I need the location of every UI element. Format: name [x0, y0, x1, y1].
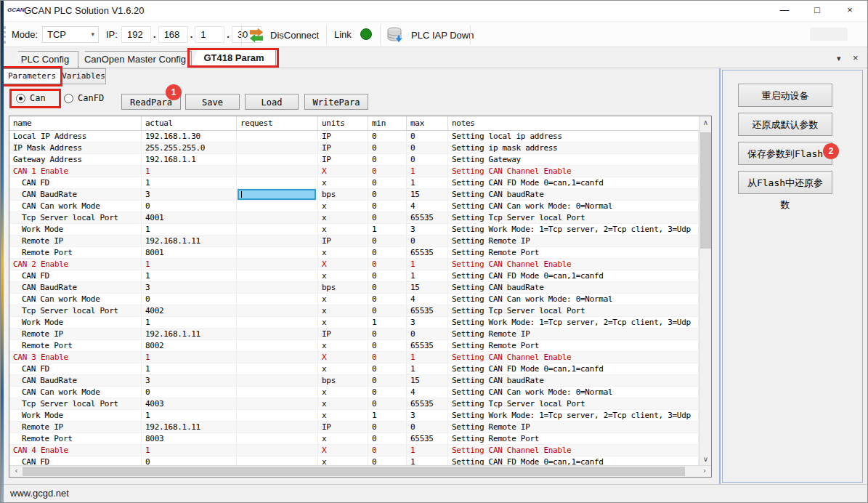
scroll-left-icon[interactable]: ‹	[11, 467, 22, 475]
subtab-variables[interactable]: Variables	[61, 68, 106, 84]
column-header-notes[interactable]: notes	[448, 116, 699, 130]
cell-request[interactable]	[237, 282, 318, 293]
cell-request[interactable]	[237, 456, 318, 465]
cell-request[interactable]	[237, 294, 318, 305]
column-header-units[interactable]: units	[318, 116, 368, 130]
restart-device-button[interactable]: 重启动设备	[738, 84, 832, 107]
cell-request[interactable]	[237, 154, 318, 165]
scroll-up-icon[interactable]: ∧	[700, 118, 711, 126]
cell-request[interactable]	[237, 166, 318, 177]
tab-gt418-param[interactable]: GT418 Param	[192, 48, 276, 68]
cell-max: 1	[407, 456, 448, 465]
cell-request[interactable]	[237, 340, 318, 351]
cell-min: 0	[368, 305, 407, 316]
cell-request[interactable]	[237, 259, 318, 270]
ip-octet-3[interactable]: 1	[195, 26, 224, 43]
column-header-min[interactable]: min	[368, 116, 407, 130]
tab-canopen-master-config[interactable]: CanOpen Master Config	[78, 51, 192, 68]
table-row: Remote Port8001x065535Setting Remote Por…	[9, 247, 699, 259]
scroll-down-icon[interactable]: ∨	[700, 455, 711, 463]
tab-plc-config[interactable]: PLC Config	[12, 51, 78, 68]
cell-request[interactable]	[237, 363, 318, 374]
column-header-name[interactable]: name	[9, 116, 142, 130]
tab-overflow-icon[interactable]: ▾	[837, 54, 841, 63]
writepara-button[interactable]: WritePara	[304, 94, 368, 110]
cell-units: x	[318, 433, 368, 444]
restore-default-params-button[interactable]: 还原成默认参数	[738, 113, 832, 136]
cell-request[interactable]	[237, 201, 318, 212]
ip-octet-2[interactable]: 168	[158, 26, 188, 43]
cell-actual: 0	[142, 294, 237, 305]
column-header-request[interactable]: request	[237, 116, 318, 130]
cell-request[interactable]	[237, 422, 318, 432]
vertical-scroll-thumb[interactable]	[700, 132, 711, 249]
maximize-button[interactable]: □	[801, 1, 833, 21]
scroll-right-icon[interactable]: ›	[700, 467, 709, 475]
cell-name: CAN FD	[9, 270, 142, 281]
cell-max: 65535	[407, 433, 448, 444]
cell-max: 1	[407, 270, 448, 281]
toolbar-grip[interactable]	[4, 26, 6, 44]
column-header-actual[interactable]: actual	[142, 116, 237, 130]
cell-min: 0	[368, 212, 407, 223]
load-button[interactable]: Load	[245, 94, 299, 110]
cell-name: Remote Port	[9, 433, 142, 444]
table-row: CAN FD1x01Setting CAN FD Mode 0=can,1=ca…	[9, 363, 699, 375]
cell-request[interactable]	[237, 236, 318, 246]
cell-request[interactable]	[237, 352, 318, 363]
cell-request[interactable]	[237, 410, 318, 421]
horizontal-scrollbar[interactable]: ‹ ›	[9, 465, 711, 477]
cell-request[interactable]	[237, 142, 318, 153]
cell-min: 0	[368, 340, 407, 351]
save-button[interactable]: Save	[185, 94, 240, 110]
cell-request[interactable]	[237, 433, 318, 444]
ip-separator: .	[227, 29, 230, 40]
minimize-button[interactable]: —	[768, 1, 800, 21]
table-row: Remote IP192.168.1.11IP00Setting Remote …	[9, 329, 699, 340]
cell-request[interactable]	[237, 270, 318, 281]
ip-octet-1[interactable]: 192	[121, 26, 151, 43]
cell-min: 0	[368, 142, 407, 153]
vertical-scrollbar[interactable]: ∧ ∨	[699, 116, 711, 465]
cell-min: 0	[368, 247, 407, 258]
cell-request[interactable]	[237, 247, 318, 258]
save-params-to-flash-button[interactable]: 保存参数到Flash中	[738, 142, 832, 165]
cell-request[interactable]	[237, 387, 318, 398]
radio-canfd[interactable]: CanFD	[64, 93, 104, 103]
subtab-parameters[interactable]: Parameters	[3, 68, 61, 84]
ip-separator: .	[190, 29, 193, 40]
cell-notes: Setting CAN Can work Mode: 0=Normal	[448, 387, 699, 398]
mode-select[interactable]: TCP ▾	[42, 26, 99, 43]
radio-can[interactable]: Can	[16, 93, 46, 103]
cell-min: 0	[368, 352, 407, 363]
cell-request[interactable]	[237, 212, 318, 223]
step-1-badge: 1	[166, 84, 182, 100]
cell-units: x	[318, 212, 368, 223]
cell-notes: Setting Remote IP	[448, 236, 699, 246]
request-edit-input[interactable]	[238, 189, 316, 200]
disconnect-button[interactable]: DisConnect	[248, 25, 319, 45]
cell-name: CAN FD	[9, 456, 142, 465]
cell-request[interactable]	[237, 317, 318, 328]
cell-request[interactable]	[237, 329, 318, 339]
horizontal-scroll-thumb[interactable]	[23, 467, 685, 476]
cell-request[interactable]	[237, 305, 318, 316]
cell-name: Local IP Address	[9, 131, 142, 142]
app-window: GCAN GCAN PLC Solution V1.6.20 — □ × Mod…	[0, 0, 868, 503]
cell-request[interactable]	[237, 445, 318, 456]
cell-request[interactable]	[237, 177, 318, 188]
cell-name: CAN BaudRate	[9, 375, 142, 386]
cell-request[interactable]	[237, 398, 318, 409]
cell-request[interactable]	[237, 189, 318, 200]
disabled-toolbar-button	[810, 28, 848, 41]
table-row: Remote Port8002x065535Setting Remote Por…	[9, 340, 699, 352]
cell-request[interactable]	[237, 224, 318, 235]
restore-params-from-flash-button[interactable]: 从Flash中还原参数	[738, 171, 832, 194]
cell-actual: 1	[142, 410, 237, 421]
column-header-max[interactable]: max	[407, 116, 448, 130]
cell-request[interactable]	[237, 131, 318, 142]
cell-request[interactable]	[237, 375, 318, 386]
close-button[interactable]: ×	[834, 1, 866, 21]
plc-iap-down-button[interactable]: PLC IAP Down	[386, 25, 474, 45]
tab-close-icon[interactable]: ×	[853, 52, 859, 63]
